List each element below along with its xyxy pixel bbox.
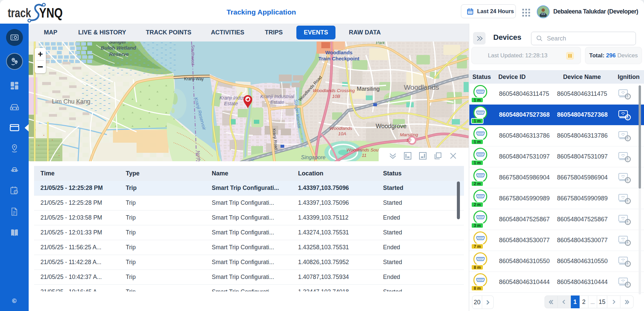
svg-text:Woodlands Sout: Woodlands Sout — [346, 147, 380, 152]
svg-text:11: 11 — [362, 153, 367, 158]
svg-text:Sungei: Sungei — [109, 41, 126, 45]
svg-text:Kranji-Way: Kranji-Way — [184, 77, 204, 81]
svg-text:10A: 10A — [338, 131, 346, 136]
svg-text:Singapore: Singapore — [301, 154, 326, 160]
svg-text:Lim Chu Kang: Lim Chu Kang — [52, 98, 90, 105]
svg-text:Park: Park — [376, 41, 385, 45]
svg-text:Estate: Estate — [270, 100, 284, 105]
svg-text:10: 10 — [406, 138, 411, 143]
svg-text:Southwest: Southwest — [191, 45, 196, 65]
svg-text:Reserve: Reserve — [109, 51, 129, 57]
svg-text:Marsiling: Marsiling — [357, 86, 380, 92]
svg-text:Buloh Wetland: Buloh Wetland — [101, 45, 137, 51]
svg-text:10B: 10B — [332, 94, 340, 99]
svg-text:Woodlands: Woodlands — [325, 50, 353, 55]
svg-text:Marsiling: Marsiling — [400, 132, 418, 137]
svg-text:Train Checkpoint: Train Checkpoint — [318, 56, 359, 61]
svg-text:Woodlands: Woodlands — [404, 83, 439, 91]
svg-text:Woodlands Crossing: Woodlands Crossing — [313, 88, 355, 93]
svg-text:Northw: Northw — [196, 150, 202, 161]
svg-text:track: track — [8, 6, 31, 20]
svg-text:Kranji Industrial: Kranji Industrial — [260, 94, 294, 99]
svg-text:Woodlands: Woodlands — [329, 126, 352, 131]
svg-text:Estate: Estate — [224, 101, 238, 106]
svg-text:Woodgrove: Woodgrove — [376, 123, 407, 130]
svg-text:YNQ: YNQ — [39, 5, 63, 21]
